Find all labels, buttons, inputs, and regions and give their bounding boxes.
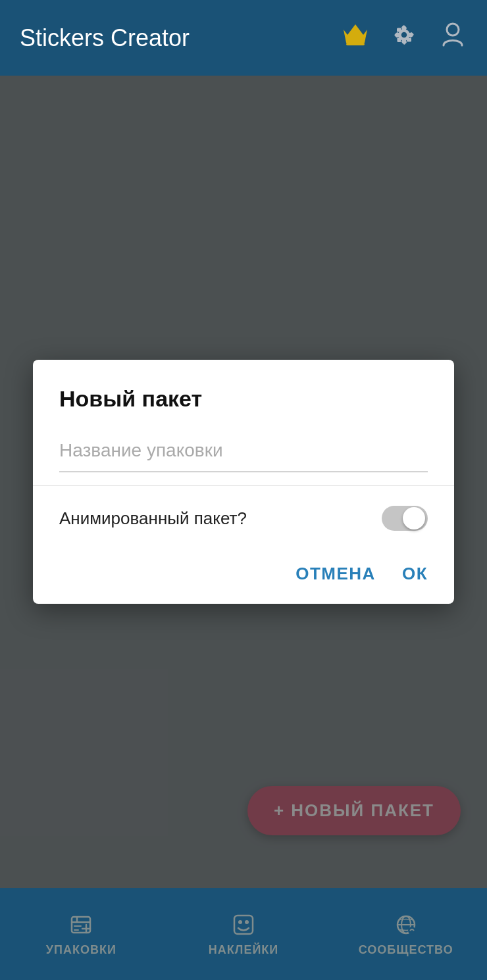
gear-icon[interactable] [390,20,419,56]
nav-item-community[interactable]: СООБЩЕСТВО [324,912,487,957]
dialog: Новый пакет Анимированный пакет? ОТМЕНА … [33,360,454,604]
dialog-title: Новый пакет [59,386,428,412]
crown-icon[interactable] [341,20,370,56]
packages-icon [68,912,94,938]
svg-point-15 [447,24,459,36]
nav-item-packages[interactable]: УПАКОВКИ [0,912,163,957]
dialog-input-wrapper [59,435,428,472]
stickers-icon [230,912,257,938]
app-title: Stickers Creator [20,24,341,52]
svg-point-3 [400,31,408,39]
dialog-toggle-row: Анимированный пакет? [59,506,428,531]
dialog-divider [33,485,454,486]
packages-nav-label: УПАКОВКИ [46,943,116,957]
community-icon [393,912,419,938]
community-nav-label: СООБЩЕСТВО [359,943,453,957]
main-content: Новый пакет Анимированный пакет? ОТМЕНА … [0,76,487,888]
svg-rect-1 [346,43,365,45]
svg-rect-13 [397,28,401,32]
package-name-input[interactable] [59,435,428,466]
svg-rect-11 [397,37,401,42]
svg-rect-9 [407,37,411,41]
app-bar: Stickers Creator [0,0,487,76]
bottom-nav: УПАКОВКИ НАКЛЕЙКИ СООБЩЕСТВО [0,888,487,980]
animated-package-label: Анимированный пакет? [59,508,247,529]
ok-button[interactable]: ОК [402,564,428,584]
profile-icon[interactable] [438,20,467,56]
animated-toggle[interactable] [382,506,428,531]
app-bar-icons [341,20,467,56]
svg-point-22 [408,927,416,935]
stickers-nav-label: НАКЛЕЙКИ [209,943,278,957]
dialog-actions: ОТМЕНА ОК [59,557,428,584]
svg-marker-0 [344,24,367,43]
dialog-backdrop: Новый пакет Анимированный пакет? ОТМЕНА … [0,76,487,888]
toggle-knob [403,507,425,529]
nav-item-stickers[interactable]: НАКЛЕЙКИ [163,912,325,957]
svg-point-19 [245,920,249,924]
svg-point-18 [238,920,242,924]
cancel-button[interactable]: ОТМЕНА [295,564,376,584]
